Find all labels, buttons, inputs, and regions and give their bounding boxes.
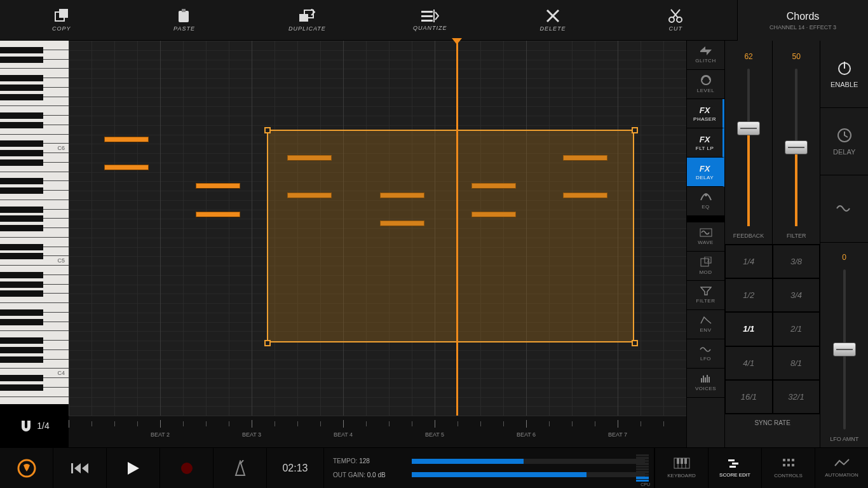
delete-icon: [546, 9, 560, 23]
sync-rate-8-1[interactable]: 8/1: [773, 346, 820, 380]
note[interactable]: [196, 183, 240, 189]
record-button[interactable]: [160, 448, 214, 488]
feedback-slider[interactable]: 62 FEEDBACK: [725, 41, 773, 244]
play-button[interactable]: [107, 448, 160, 488]
duplicate-label: DUPLICATE: [288, 25, 326, 32]
fx-level-label: LEVEL: [697, 88, 714, 93]
fx-filter-label: FILTER: [696, 298, 715, 304]
rewind-button[interactable]: [53, 448, 107, 488]
feedback-label: FEEDBACK: [733, 233, 764, 239]
sync-rate-3-4[interactable]: 3/4: [773, 278, 820, 312]
svg-rect-8: [421, 20, 433, 22]
lfo-amount-slider[interactable]: 0LFO AMNT: [820, 243, 868, 447]
fx-lfo-label: LFO: [700, 356, 711, 362]
note[interactable]: [104, 137, 149, 142]
fx-delay-button[interactable]: FXDELAY: [687, 158, 724, 187]
playhead[interactable]: [456, 41, 458, 416]
fx-env-label: ENV: [700, 327, 712, 333]
snap-setting[interactable]: 1/4: [0, 404, 69, 447]
fx-env-button[interactable]: ENV: [687, 310, 724, 339]
enable-toggle[interactable]: ENABLE: [820, 41, 868, 108]
svg-rect-55: [792, 464, 794, 466]
lfo-icon: [700, 346, 712, 355]
duplicate-button[interactable]: DUPLICATE: [246, 0, 369, 40]
svg-rect-54: [787, 464, 790, 466]
fx-wave-button[interactable]: WAVE: [687, 222, 724, 252]
copy-label: COPY: [52, 25, 71, 32]
metronome-button[interactable]: [214, 448, 267, 488]
gain-label: OUT GAIN:: [333, 471, 365, 478]
note[interactable]: [104, 165, 149, 170]
fx-fltlp-button[interactable]: FXFLT LP: [687, 128, 724, 158]
tempo-value[interactable]: 128: [359, 458, 370, 464]
svg-rect-44: [677, 458, 679, 464]
svg-marker-23: [701, 287, 711, 295]
delete-label: DELETE: [539, 25, 566, 32]
copy-button[interactable]: COPY: [0, 0, 123, 40]
paste-button[interactable]: PASTE: [123, 0, 245, 40]
copy-icon: [53, 9, 70, 23]
fx-glitch-button[interactable]: GLITCH: [687, 41, 724, 70]
filter-slider[interactable]: 50 FILTER: [773, 41, 820, 244]
sync-rate-1-2[interactable]: 1/2: [725, 278, 773, 312]
cut-button[interactable]: CUT: [614, 0, 737, 40]
sync-rate-1-1[interactable]: 1/1: [725, 312, 773, 346]
ruler-label: BEAT 4: [334, 431, 353, 438]
mode-scoreedit[interactable]: SCORE EDIT: [708, 448, 761, 488]
note[interactable]: [196, 212, 240, 217]
fx-phaser-button[interactable]: FXPHASER: [687, 99, 724, 128]
fx-column: GLITCHLEVELFXPHASERFXFLT LPFXDELAYEQWAVE…: [686, 41, 724, 447]
meters: TEMPO: 128 OUT GAIN: 0.0 dB CPU: [324, 448, 654, 488]
fx-panel-left: 62 FEEDBACK 50 FILTER 1/43/81/23/41/12/1…: [725, 41, 820, 447]
svg-rect-7: [421, 15, 433, 17]
fltlp-icon: FX: [700, 135, 710, 144]
fx-lfo-button[interactable]: LFO: [687, 339, 724, 369]
cut-icon: [668, 9, 682, 23]
selection-box[interactable]: [267, 130, 634, 342]
svg-point-37: [181, 463, 193, 474]
tempo-meter: [412, 459, 645, 464]
svg-rect-45: [681, 458, 683, 464]
fx-mod-button[interactable]: 2MOD: [687, 252, 724, 281]
sync-rate-1-4[interactable]: 1/4: [725, 245, 773, 278]
sync-rate-4-1[interactable]: 4/1: [725, 346, 773, 380]
fx-voices-button[interactable]: VOICES: [687, 369, 724, 398]
mode-keyboard[interactable]: KEYBOARD: [654, 448, 708, 488]
svg-rect-27: [707, 375, 708, 383]
delay-toggle[interactable]: DELAY: [820, 108, 868, 175]
svg-rect-3: [182, 9, 186, 12]
eq-icon: [700, 193, 712, 203]
fx-level-button[interactable]: LEVEL: [687, 70, 724, 99]
fx-delay-label: DELAY: [696, 175, 714, 180]
mode-controls[interactable]: CONTROLS: [761, 448, 815, 488]
wave-toggle[interactable]: [820, 175, 868, 243]
gain-value[interactable]: 0.0 dB: [367, 471, 386, 478]
svg-rect-26: [705, 377, 706, 383]
mode-automation[interactable]: AUTOMATION: [815, 448, 868, 488]
note-grid[interactable]: [69, 41, 686, 416]
sync-rate-2-1[interactable]: 2/1: [773, 312, 820, 346]
sync-rate-3-8[interactable]: 3/8: [773, 245, 820, 278]
fx-eq-button[interactable]: EQ: [687, 187, 724, 216]
piano-roll-keys[interactable]: C6C5C4: [0, 41, 69, 416]
svg-rect-2: [179, 11, 189, 22]
fx-filter-button[interactable]: FILTER: [687, 281, 724, 310]
quantize-button[interactable]: QUANTIZE: [369, 0, 491, 40]
sync-rate-32-1[interactable]: 32/1: [773, 380, 820, 414]
ruler-label: BEAT 7: [608, 431, 627, 438]
app-logo-button[interactable]: [0, 448, 53, 488]
record-icon: [180, 461, 194, 475]
score-editor: C6C5C4 BEAT 2BEAT 3BEAT 4BEAT 5BEAT 6BEA…: [0, 41, 686, 447]
scoreedit-icon: [728, 458, 743, 470]
svg-rect-28: [709, 377, 710, 383]
fx-panel-right: ENABLEDELAY0LFO AMNT: [820, 41, 868, 447]
time-display: 02:13: [267, 448, 324, 488]
delete-button[interactable]: DELETE: [491, 0, 614, 40]
sync-rate-16-1[interactable]: 16/1: [725, 380, 773, 414]
top-toolbar: COPY PASTE DUPLICATE QUANTIZE DELETE CUT: [0, 0, 737, 41]
beat-ruler[interactable]: BEAT 2BEAT 3BEAT 4BEAT 5BEAT 6BEAT 7: [69, 416, 686, 447]
play-icon: [126, 461, 140, 476]
sync-rate-title: SYNC RATE: [725, 414, 820, 431]
svg-point-18: [705, 194, 707, 196]
mode-switcher: KEYBOARDSCORE EDITCONTROLSAUTOMATION: [654, 448, 868, 488]
